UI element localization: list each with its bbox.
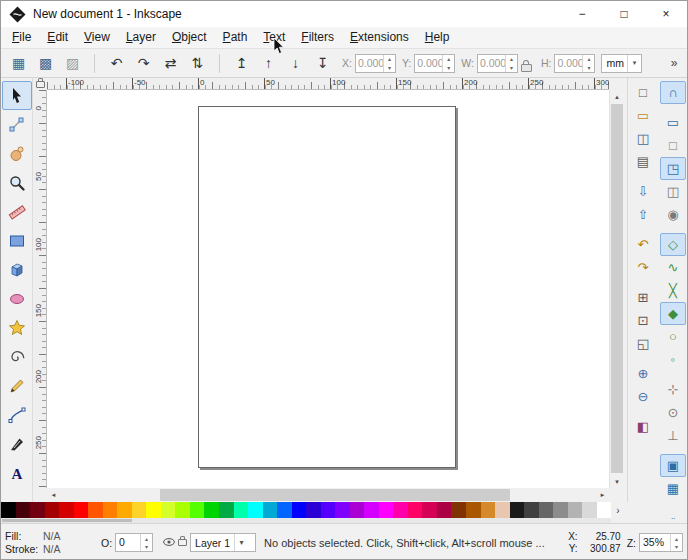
menu-item[interactable]: Filters [293,27,342,48]
menu-item[interactable]: Text [255,27,293,48]
undo-icon[interactable]: ↶ [630,233,656,256]
palette-swatch[interactable] [306,502,321,518]
palette-swatch[interactable] [495,502,510,518]
import-icon[interactable]: ⇩ [630,180,656,203]
rotate-cw-icon[interactable]: ↷ [130,50,157,76]
document-page[interactable] [198,106,456,468]
lock-ratio-icon[interactable] [519,55,534,72]
minimize-button[interactable]: − [561,1,603,27]
palette-swatch[interactable] [466,502,481,518]
palette-swatch[interactable] [59,502,74,518]
copy-icon[interactable]: ⊞ [630,286,656,309]
palette-swatch[interactable] [408,502,423,518]
lower-to-bottom-icon[interactable]: ↧ [309,50,336,76]
fill-stroke-icon[interactable]: ◧ [630,415,656,438]
tool-bezier-pen[interactable] [2,400,32,429]
tool-calligraphy[interactable] [2,429,32,458]
menu-item[interactable]: Path [215,27,256,48]
layer-lock-icon[interactable] [178,539,187,546]
palette-swatch[interactable] [321,502,336,518]
paste-icon[interactable]: ⊡ [630,309,656,332]
new-document-icon[interactable]: □ [630,81,656,104]
zoom-spinner[interactable] [670,534,682,551]
menu-item[interactable]: Help [417,27,458,48]
save-icon[interactable]: ◫ [630,127,656,150]
palette-swatch[interactable] [117,502,132,518]
palette-swatch[interactable] [248,502,263,518]
tool-spiral[interactable] [2,342,32,371]
flip-horizontal-icon[interactable]: ⇄ [157,50,184,76]
toolbar-overflow-button[interactable]: » [665,52,683,74]
palette-swatch[interactable] [1,502,16,518]
palette-swatch[interactable] [364,502,379,518]
scroll-right-button[interactable]: ► [596,488,609,502]
canvas[interactable] [47,90,609,488]
palette-swatch[interactable] [292,502,307,518]
tool-pencil[interactable] [2,371,32,400]
palette-swatch[interactable] [161,502,176,518]
palette-swatch[interactable] [335,502,350,518]
maximize-button[interactable]: □ [603,1,645,27]
palette-swatch[interactable] [379,502,394,518]
y-spinner[interactable] [442,55,454,72]
flip-vertical-icon[interactable]: ⇅ [184,50,211,76]
snap-page-border-icon[interactable]: ▣ [660,454,686,477]
palette-swatch[interactable] [393,502,408,518]
export-icon[interactable]: ⇧ [630,203,656,226]
snap-rotation-center-icon[interactable]: ⊙ [660,401,686,424]
duplicate-icon[interactable]: ◱ [630,332,656,355]
snap-intersections-icon[interactable]: ╳ [660,279,686,302]
palette-swatch[interactable] [132,502,147,518]
raise-icon[interactable]: ↑ [255,50,282,76]
horizontal-scrollbar[interactable]: ◄ ► [47,488,609,502]
tool-rectangle[interactable] [2,226,32,255]
tool-3d-box[interactable] [2,255,32,284]
tool-selector[interactable] [2,81,32,110]
palette-swatch[interactable] [16,502,31,518]
snap-enable-icon[interactable]: ∩ [660,81,686,104]
scroll-down-button[interactable]: ▼ [610,475,624,488]
snap-centers-icon[interactable]: ⊹ [660,378,686,401]
palette-swatch[interactable] [350,502,365,518]
w-field[interactable]: 0.000 [477,54,518,73]
menu-item[interactable]: File [4,27,39,48]
palette-swatch[interactable] [204,502,219,518]
vscroll-thumb[interactable] [611,104,623,473]
snap-grid-icon[interactable]: ▦ [660,477,686,500]
ruler-horizontal[interactable]: -100-50050100150200250300 [47,78,609,90]
x-spinner[interactable] [383,55,395,72]
select-all-icon[interactable]: ▦ [5,50,32,76]
snap-bbox-icon[interactable]: ▭ [660,111,686,134]
h-field[interactable]: 0.000 [554,54,595,73]
palette-swatch[interactable] [175,502,190,518]
raise-to-top-icon[interactable]: ↥ [228,50,255,76]
opacity-field[interactable]: 0 [115,533,153,552]
menu-item[interactable]: View [76,27,118,48]
snap-bbox-centers-icon[interactable]: ◉ [660,203,686,226]
palette-scroll-button[interactable]: › [611,502,625,518]
x-field[interactable]: 0.000 [355,54,396,73]
menu-item[interactable]: Edit [39,27,76,48]
palette-swatch[interactable] [437,502,452,518]
rotate-ccw-icon[interactable]: ↶ [103,50,130,76]
tool-star[interactable] [2,313,32,342]
tool-node-editor[interactable] [2,110,32,139]
palette-swatch[interactable] [103,502,118,518]
open-icon[interactable]: ▭ [630,104,656,127]
w-spinner[interactable] [505,55,517,72]
menu-item[interactable]: Object [164,27,215,48]
snap-bbox-edges-icon[interactable]: □ [660,134,686,157]
palette-swatch[interactable] [277,502,292,518]
palette-scroll-thumb[interactable] [2,519,132,522]
snap-midpoints-icon[interactable]: ◦ [660,348,686,371]
palette-swatch[interactable] [582,502,597,518]
menu-item[interactable]: Layer [118,27,164,48]
guide-lock-toggle[interactable] [33,78,47,90]
palette-swatch[interactable] [88,502,103,518]
palette-swatch[interactable] [146,502,161,518]
palette-swatch[interactable] [190,502,205,518]
lower-icon[interactable]: ↓ [282,50,309,76]
h-spinner[interactable] [582,55,594,72]
layer-visibility-icon[interactable] [163,536,175,550]
tool-tweak[interactable] [2,139,32,168]
